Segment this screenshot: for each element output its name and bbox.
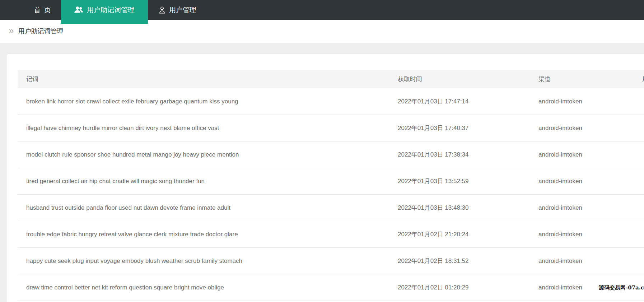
table-row: illegal have chimney hurdle mirror clean… <box>18 115 644 141</box>
table-row: trouble edge fabric hungry retreat valve… <box>18 221 644 248</box>
double-chevron-icon: » <box>9 26 14 35</box>
column-header-mnemonic: 记词 <box>18 75 389 83</box>
table-row: broken link horror slot crawl collect ex… <box>18 88 644 115</box>
channel-cell: android-imtoken <box>530 257 634 265</box>
time-cell: 2022年01月03日 17:38:34 <box>389 150 530 159</box>
channel-cell: android-imtoken <box>530 231 634 238</box>
nav-tab-mnemonic-management[interactable]: 用户助记词管理 <box>61 0 148 24</box>
mnemonic-cell: model clutch rule sponsor shoe hundred m… <box>18 151 389 158</box>
page-title: 用户助记词管理 <box>18 27 63 36</box>
mnemonic-cell: tired general collect air hip chat cradl… <box>18 178 389 185</box>
mnemonic-table: 记词 获取时间 渠道 用 broken link horror slot cra… <box>18 70 644 301</box>
table-row: model clutch rule sponsor shoe hundred m… <box>18 141 644 168</box>
table-header-row: 记词 获取时间 渠道 用 <box>18 70 644 88</box>
user-icon <box>159 6 165 14</box>
mnemonic-cell: broken link horror slot crawl collect ex… <box>18 98 389 105</box>
nav-left-spacer <box>0 0 25 20</box>
nav-tab-user-label: 用户管理 <box>169 5 196 15</box>
time-cell: 2022年01月03日 13:48:30 <box>389 204 530 212</box>
mnemonic-cell: husband trust outside panda floor used n… <box>18 204 389 212</box>
time-cell: 2022年01月03日 17:47:14 <box>389 97 530 106</box>
nav-tab-mnemonic-label: 用户助记词管理 <box>87 5 135 15</box>
table-row: draw time control better net kit reform … <box>18 274 644 301</box>
top-navigation: 首 页 用户助记词管理 用户管理 <box>0 0 644 20</box>
time-cell: 2022年01月02日 18:31:52 <box>389 257 530 265</box>
nav-tab-home-label: 首 页 <box>34 5 51 15</box>
channel-cell: android-imtoken <box>530 125 634 132</box>
time-cell: 2022年01月03日 13:52:59 <box>389 177 530 185</box>
table-row: husband trust outside panda floor used n… <box>18 195 644 221</box>
nav-tab-user-management[interactable]: 用户管理 <box>148 0 207 20</box>
mnemonic-cell: draw time control better net kit reform … <box>18 284 389 291</box>
channel-cell: android-imtoken <box>530 98 634 105</box>
table-row: happy cute seek plug input voyage embody… <box>18 248 644 274</box>
mnemonic-cell: trouble edge fabric hungry retreat valve… <box>18 231 389 238</box>
users-icon <box>74 6 83 14</box>
table-row: tired general collect air hip chat cradl… <box>18 168 644 195</box>
content-card: 记词 获取时间 渠道 用 broken link horror slot cra… <box>7 54 644 302</box>
channel-cell: android-imtoken <box>530 204 634 212</box>
channel-cell: android-imtoken <box>530 178 634 185</box>
time-cell: 2022年01月02日 21:20:24 <box>389 230 530 238</box>
time-cell: 2022年01月02日 01:20:29 <box>389 283 530 292</box>
column-header-partial: 用 <box>634 75 644 83</box>
column-header-time: 获取时间 <box>389 75 530 83</box>
nav-tab-home[interactable]: 首 页 <box>25 0 61 20</box>
channel-cell: android-imtoken <box>530 151 634 158</box>
mnemonic-cell: illegal have chimney hurdle mirror clean… <box>18 125 389 132</box>
column-header-channel: 渠道 <box>530 75 634 83</box>
site-watermark: 源码交易网-07a.cc <box>599 284 644 291</box>
mnemonic-cell: happy cute seek plug input voyage embody… <box>18 257 389 265</box>
time-cell: 2022年01月03日 17:40:37 <box>389 124 530 132</box>
